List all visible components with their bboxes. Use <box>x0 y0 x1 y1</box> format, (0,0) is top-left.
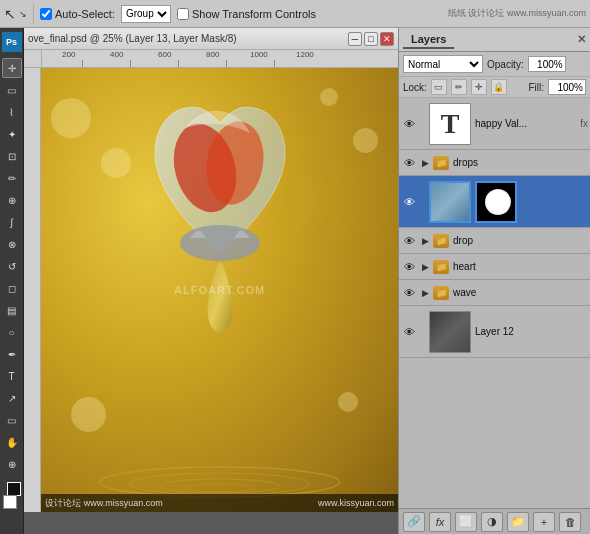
eye-icon-wave[interactable]: 👁 <box>401 285 417 301</box>
hand-tool[interactable]: ✋ <box>2 432 22 452</box>
eye-icon-layer12[interactable]: 👁 <box>401 324 417 340</box>
auto-select-dropdown[interactable]: Group <box>121 5 171 23</box>
delete-layer-btn[interactable]: 🗑 <box>559 512 581 532</box>
lock-all-btn[interactable]: 🔒 <box>491 79 507 95</box>
gradient-tool[interactable]: ▤ <box>2 300 22 320</box>
water-drop-stem <box>190 263 250 343</box>
link-btn[interactable]: 🔗 <box>403 512 425 532</box>
magic-wand-tool[interactable]: ✦ <box>2 124 22 144</box>
layer-item-drops-img[interactable]: 👁 <box>399 176 590 228</box>
doc-maximize-btn[interactable]: □ <box>364 32 378 46</box>
ruler-mark-1000: 1000 <box>250 50 268 59</box>
blend-mode-select[interactable]: Normal <box>403 55 483 73</box>
layer-item-heart-group[interactable]: 👁 ▶ 📁 heart <box>399 254 590 280</box>
crop-tool[interactable]: ⊡ <box>2 146 22 166</box>
adjustment-btn[interactable]: ◑ <box>481 512 503 532</box>
pen-tool[interactable]: ✒ <box>2 344 22 364</box>
layers-panel: Layers ✕ Normal Opacity: Lock: ▭ ✏ ✛ 🔒 F… <box>398 28 590 534</box>
folder-btn[interactable]: 📁 <box>507 512 529 532</box>
dodge-tool[interactable]: ○ <box>2 322 22 342</box>
layer-item-layer12[interactable]: 👁 Layer 12 <box>399 306 590 358</box>
left-toolbar: Ps ✛ ▭ ⌇ ✦ ⊡ ✏ ⊕ ∫ ⊗ ↺ ◻ ▤ ○ ✒ T ↗ ▭ ✋ ⊕ <box>0 28 24 534</box>
move-tool[interactable]: ✛ <box>2 58 22 78</box>
toolbar-icons-text: 纸纸 设计论坛 www.missyuan.com <box>448 7 586 20</box>
expand-heart[interactable]: ▶ <box>419 261 431 273</box>
expand-drops[interactable]: ▶ <box>419 157 431 169</box>
lock-row: Lock: ▭ ✏ ✛ 🔒 Fill: <box>399 77 590 98</box>
canvas-bottom-bar: 设计论坛 www.missyuan.com www.kissyuan.com <box>41 494 398 512</box>
eraser-tool[interactable]: ◻ <box>2 278 22 298</box>
eyedropper-tool[interactable]: ✏ <box>2 168 22 188</box>
text-tool[interactable]: T <box>2 366 22 386</box>
ps-logo: Ps <box>2 32 22 52</box>
lock-transparent-btn[interactable]: ▭ <box>431 79 447 95</box>
lock-position-btn[interactable]: ✛ <box>471 79 487 95</box>
canvas-content: ALFOART.COM 设计论坛 www.missyuan.com www.ki… <box>24 68 398 512</box>
layers-tab-bar: Layers ✕ <box>399 28 590 52</box>
svg-point-5 <box>160 479 280 493</box>
layers-tab-close[interactable]: ✕ <box>577 33 586 46</box>
layer-name-text: happy Val... <box>475 118 574 129</box>
ruler-mark-200: 200 <box>62 50 75 59</box>
healing-tool[interactable]: ⊕ <box>2 190 22 210</box>
bokeh-3 <box>71 397 106 432</box>
shape-tool[interactable]: ▭ <box>2 410 22 430</box>
layer-thumb-drops-img <box>429 181 471 223</box>
layer-item-drop-group[interactable]: 👁 ▶ 📁 drop <box>399 228 590 254</box>
canvas-image[interactable]: ALFOART.COM 设计论坛 www.missyuan.com www.ki… <box>41 68 398 512</box>
lock-image-btn[interactable]: ✏ <box>451 79 467 95</box>
layers-tab[interactable]: Layers <box>403 31 454 49</box>
ruler-tick-1000 <box>274 60 275 68</box>
eye-icon-drop[interactable]: 👁 <box>401 233 417 249</box>
layer-info-text: happy Val... <box>473 118 576 129</box>
clone-tool[interactable]: ⊗ <box>2 234 22 254</box>
foreground-bg-colors[interactable] <box>5 480 19 509</box>
mask-btn[interactable]: ⬜ <box>455 512 477 532</box>
bottom-bar-right: www.kissyuan.com <box>318 498 394 508</box>
doc-titlebar: ove_final.psd @ 25% (Layer 13, Layer Mas… <box>24 28 398 50</box>
brush-tool[interactable]: ∫ <box>2 212 22 232</box>
fx-badge-text: fx <box>580 118 588 129</box>
folder-icon-drop: 📁 <box>433 234 449 248</box>
new-layer-btn[interactable]: + <box>533 512 555 532</box>
auto-select-checkbox[interactable] <box>40 8 52 20</box>
eye-icon-drops[interactable]: 👁 <box>401 155 417 171</box>
opacity-input[interactable] <box>528 56 566 72</box>
background-color[interactable] <box>3 495 17 509</box>
layer-thumb-layer12 <box>429 311 471 353</box>
divider <box>33 4 34 24</box>
fill-input[interactable] <box>548 79 586 95</box>
doc-minimize-btn[interactable]: ─ <box>348 32 362 46</box>
eye-icon-drops-img[interactable]: 👁 <box>401 194 417 210</box>
zoom-tool[interactable]: ⊕ <box>2 454 22 474</box>
expand-wave[interactable]: ▶ <box>419 287 431 299</box>
layer-name-wave: wave <box>453 287 586 298</box>
doc-close-btn[interactable]: ✕ <box>380 32 394 46</box>
show-transform-label: Show Transform Controls <box>177 8 316 20</box>
eye-icon-text[interactable]: 👁 <box>401 116 417 132</box>
ruler-horizontal: 200 400 600 800 1000 1200 <box>42 50 398 68</box>
layer-info-heart: heart <box>451 261 588 272</box>
history-brush-tool[interactable]: ↺ <box>2 256 22 276</box>
text-thumb-T: T <box>441 108 460 140</box>
lasso-tool[interactable]: ⌇ <box>2 102 22 122</box>
layer-info-wave: wave <box>451 287 588 298</box>
opacity-label: Opacity: <box>487 59 524 70</box>
eye-icon-heart[interactable]: 👁 <box>401 259 417 275</box>
heart-svg <box>135 83 305 293</box>
layer-thumb-drops-mask <box>475 181 517 223</box>
layer-item-drops-group[interactable]: 👁 ▶ 📁 drops <box>399 150 590 176</box>
ruler-mark-600: 600 <box>158 50 171 59</box>
path-select-tool[interactable]: ↗ <box>2 388 22 408</box>
layer-item-text[interactable]: 👁 T happy Val... fx <box>399 98 590 150</box>
expand-drop[interactable]: ▶ <box>419 235 431 247</box>
show-transform-checkbox[interactable] <box>177 8 189 20</box>
move-tool-indicator: ↖ ↘ <box>4 6 27 22</box>
folder-icon-heart: 📁 <box>433 260 449 274</box>
ruler-tick-800 <box>226 60 227 68</box>
layer-item-wave-group[interactable]: 👁 ▶ 📁 wave <box>399 280 590 306</box>
marquee-tool[interactable]: ▭ <box>2 80 22 100</box>
fx-btn[interactable]: fx <box>429 512 451 532</box>
foreground-color[interactable] <box>7 482 21 496</box>
blend-mode-row: Normal Opacity: <box>399 52 590 77</box>
